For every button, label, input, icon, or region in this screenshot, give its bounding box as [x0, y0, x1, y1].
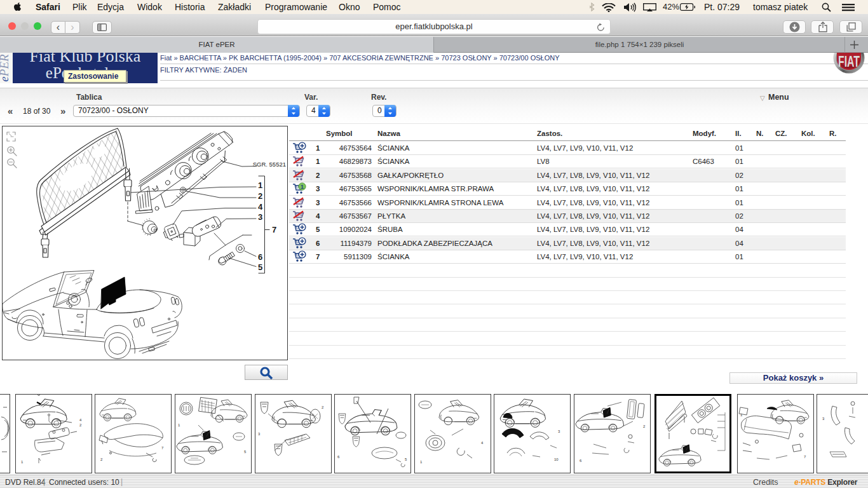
svg-text:1: 1 — [258, 180, 262, 190]
svg-text:FIAT: FIAT — [838, 53, 860, 70]
svg-text:1: 1 — [178, 423, 180, 427]
svg-text:6: 6 — [337, 455, 340, 459]
svg-text:3: 3 — [822, 417, 825, 421]
svg-text:1: 1 — [420, 460, 423, 464]
svg-text:5: 5 — [405, 458, 407, 461]
svg-text:4: 4 — [481, 441, 484, 445]
svg-text:4: 4 — [258, 202, 263, 212]
svg-text:10: 10 — [554, 458, 559, 461]
svg-text:2: 2 — [79, 423, 82, 427]
svg-text:7: 7 — [272, 225, 276, 234]
svg-text:5: 5 — [258, 262, 262, 272]
svg-text:3: 3 — [258, 212, 262, 222]
svg-text:6: 6 — [258, 252, 262, 262]
svg-text:3: 3 — [558, 430, 560, 433]
svg-text:3: 3 — [258, 432, 261, 436]
svg-text:7: 7 — [804, 455, 806, 459]
svg-text:SGR. 55521: SGR. 55521 — [253, 161, 286, 168]
svg-text:1: 1 — [301, 184, 304, 190]
svg-text:4: 4 — [79, 418, 82, 422]
svg-text:7: 7 — [161, 446, 164, 450]
svg-text:1: 1 — [740, 413, 743, 417]
svg-text:1: 1 — [21, 460, 24, 464]
svg-text:2: 2 — [643, 424, 646, 428]
svg-text:6: 6 — [580, 459, 582, 463]
svg-text:2: 2 — [258, 191, 262, 201]
svg-text:2: 2 — [322, 405, 324, 409]
svg-text:2: 2 — [100, 458, 103, 461]
svg-text:5: 5 — [244, 450, 247, 454]
